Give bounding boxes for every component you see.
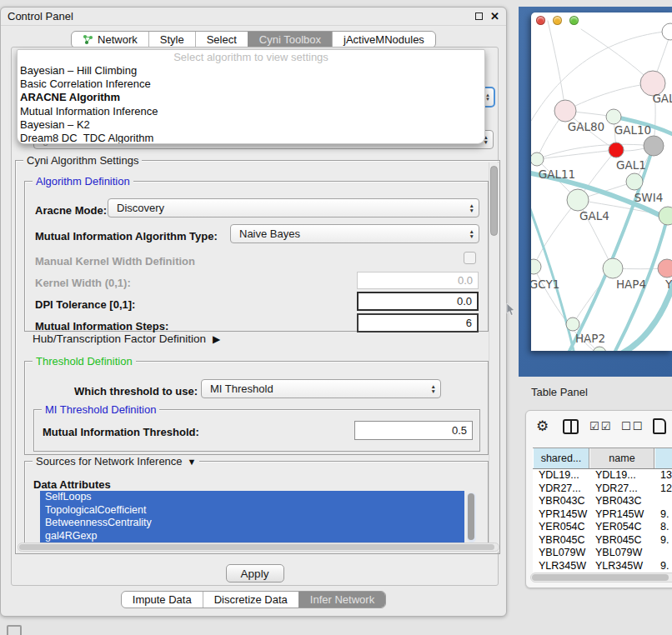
network-node[interactable] <box>644 136 664 156</box>
manual-kernel-checkbox[interactable] <box>464 252 476 264</box>
network-edge[interactable] <box>617 281 672 351</box>
network-edge[interactable] <box>537 150 616 159</box>
mi-steps-value: 6 <box>466 317 472 329</box>
network-node[interactable] <box>567 189 589 211</box>
table-cell: YPR145W <box>533 508 589 522</box>
table-row[interactable]: YBR043CYBR043C <box>533 495 672 508</box>
tab-network[interactable]: Network <box>72 32 148 48</box>
network-node[interactable] <box>531 152 544 166</box>
network-view-window[interactable]: GALGAL80GAL10GAL11GAL1GAL4SWI4GCY1HAP4YH… <box>531 12 672 351</box>
tab-discretize-data[interactable]: Discretize Data <box>203 592 298 608</box>
table-panel-header: Table Panel <box>519 377 672 407</box>
which-threshold-combo[interactable]: MI Threshold <box>201 379 441 398</box>
table-horizontal-scrollbar[interactable] <box>530 572 672 582</box>
network-edge[interactable] <box>565 83 653 111</box>
algorithm-option[interactable]: ARACNE Algorithm <box>18 91 484 104</box>
node-label: GAL10 <box>614 123 651 137</box>
table-doc-icon[interactable] <box>653 418 666 434</box>
float-window-icon[interactable] <box>475 12 483 20</box>
apply-button[interactable]: Apply <box>226 564 284 582</box>
algorithm-option[interactable]: Bayesian – K2 <box>18 118 484 132</box>
data-attribute-item[interactable]: BetweennessCentrality <box>40 517 464 530</box>
attributes-scrollbar[interactable] <box>467 492 476 542</box>
aracne-mode-value: Discovery <box>117 202 164 214</box>
network-node[interactable] <box>609 142 624 158</box>
algorithm-option[interactable]: Mutual Information Inference <box>18 105 484 118</box>
scrollbar-thumb[interactable] <box>532 574 669 581</box>
unchecked-boxes-icon[interactable] <box>621 420 644 432</box>
split-columns-icon[interactable] <box>563 419 579 434</box>
table-row[interactable]: YDL19...YDL19...13 <box>533 469 672 482</box>
hub-definition-expander[interactable]: Hub/Transcription Factor Definition <box>33 332 220 345</box>
algorithm-option[interactable]: Dream8 DC_TDC Algorithm <box>18 132 484 144</box>
aracne-mode-label: Aracne Mode: <box>35 204 107 217</box>
network-node[interactable] <box>566 318 579 331</box>
minimize-light[interactable] <box>553 16 562 25</box>
expand-right-icon <box>213 333 220 345</box>
mi-type-combo[interactable]: Naive Bayes <box>230 224 479 243</box>
settings-horizontal-scrollbar[interactable] <box>18 542 499 552</box>
aracne-mode-combo[interactable]: Discovery <box>108 198 479 218</box>
data-attribute-item[interactable]: gal4RGexp <box>40 530 464 543</box>
control-panel-tabs: NetworkStyleSelectCyni ToolboxjActiveMNo… <box>71 31 436 48</box>
network-canvas[interactable]: GALGAL80GAL10GAL11GAL1GAL4SWI4GCY1HAP4YH… <box>531 12 672 351</box>
table-row[interactable]: YPR145WYPR145W9. <box>533 508 672 522</box>
network-node[interactable] <box>659 207 672 225</box>
network-node[interactable] <box>554 100 576 122</box>
collapse-down-icon <box>188 457 197 467</box>
tab-style[interactable]: Style <box>148 32 195 48</box>
table-cell: YBR043C <box>589 495 654 508</box>
tab-infer-network[interactable]: Infer Network <box>298 592 385 608</box>
scrollbar-thumb[interactable] <box>490 166 498 236</box>
network-node[interactable] <box>593 347 606 351</box>
dock-panel-icon[interactable] <box>7 625 22 635</box>
kernel-width-field[interactable]: 0.0 <box>357 272 479 289</box>
mi-steps-field[interactable]: 6 <box>357 313 479 332</box>
network-edge[interactable] <box>548 21 565 111</box>
table-row[interactable]: YBL079WYBL079W <box>533 547 672 560</box>
zoom-light[interactable] <box>569 16 579 25</box>
checked-boxes-icon[interactable] <box>589 420 612 432</box>
tab-cyni-toolbox[interactable]: Cyni Toolbox <box>248 32 332 48</box>
table-row[interactable]: YBR045CYBR045C9. <box>533 534 672 548</box>
dpi-tolerance-field[interactable]: 0.0 <box>357 292 479 311</box>
close-window-icon[interactable] <box>490 12 499 20</box>
table-cell: 9. <box>654 560 672 573</box>
network-node[interactable] <box>626 173 643 190</box>
gear-icon[interactable] <box>536 418 549 435</box>
column-header[interactable]: shared... <box>533 448 589 468</box>
scrollbar-thumb[interactable] <box>19 544 494 550</box>
tab-select[interactable]: Select <box>195 32 248 48</box>
tab-impute-data[interactable]: Impute Data <box>122 592 203 608</box>
table-row[interactable]: YDR27...YDR27...12 <box>533 482 672 496</box>
scrollbar-thumb[interactable] <box>468 493 474 540</box>
network-node[interactable] <box>531 259 541 274</box>
algorithm-option[interactable]: Basic Correlation Inference <box>18 78 484 91</box>
kernel-width-label: Kernel Width (0,1): <box>35 277 131 289</box>
column-header[interactable]: name <box>589 448 654 468</box>
tab-jactivemnodules[interactable]: jActiveMNodules <box>332 32 435 48</box>
tab-label: Select <box>207 33 237 46</box>
column-header[interactable] <box>654 448 672 468</box>
network-node[interactable] <box>606 109 621 124</box>
mi-threshold-label: Mutual Information Threshold: <box>43 426 199 438</box>
node-label: GAL11 <box>539 168 575 181</box>
table-cell: YDR27... <box>589 482 654 496</box>
algorithm-option[interactable]: Bayesian – Hill Climbing <box>18 64 484 78</box>
close-light[interactable] <box>536 16 545 25</box>
table-row[interactable]: YLR345WYLR345W9. <box>533 560 672 573</box>
table-panel-card: shared...name YDL19...YDL19...13YDR27...… <box>525 410 672 588</box>
mi-threshold-field[interactable]: 0.5 <box>354 421 473 440</box>
network-node[interactable] <box>603 258 623 278</box>
node-label: GAL80 <box>568 120 604 133</box>
algorithm-popup-list: Bayesian – Hill ClimbingBasic Correlatio… <box>18 64 484 144</box>
data-attribute-item[interactable]: SelfLoops <box>40 491 464 504</box>
sources-group-title[interactable]: Sources for Network Inference <box>33 455 199 468</box>
data-attribute-item[interactable]: TopologicalCoefficient <box>40 504 464 518</box>
hub-definition-label: Hub/Transcription Factor Definition <box>33 332 206 345</box>
network-edge[interactable] <box>534 200 578 267</box>
network-node[interactable] <box>658 259 672 278</box>
table-row[interactable]: YER054CYER054C8. <box>533 521 672 534</box>
network-node[interactable] <box>662 23 672 40</box>
settings-vertical-scrollbar[interactable] <box>489 162 499 552</box>
